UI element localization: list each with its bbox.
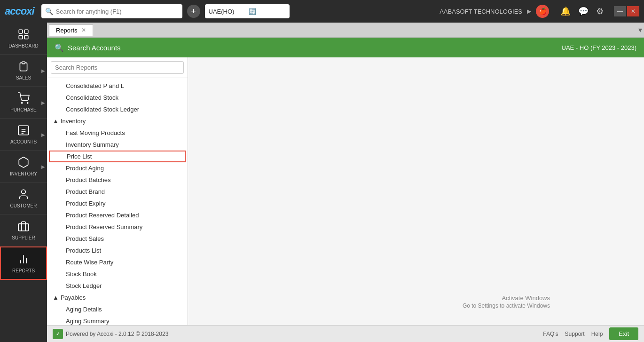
global-search-bar[interactable]: 🔍 (41, 4, 182, 18)
report-item-product-sales[interactable]: Product Sales (47, 233, 188, 245)
support-link[interactable]: Support (565, 331, 585, 337)
reports-icon (17, 253, 30, 266)
svg-rect-4 (22, 62, 25, 64)
sidebar-arrow-icon: ▶ (41, 100, 45, 105)
faqs-link[interactable]: FAQ's (543, 331, 558, 337)
window-controls: — ✕ (614, 6, 639, 16)
purchase-icon (17, 92, 30, 105)
category-label: Payables (61, 294, 86, 301)
dashboard-icon (17, 28, 30, 41)
svg-rect-0 (19, 30, 23, 33)
bottom-bar: ✓ Powered by Accoxi - 2.0.12 © 2018-2023… (47, 325, 644, 342)
sidebar-arrow-icon: ▶ (41, 132, 45, 137)
minimize-button[interactable]: — (614, 6, 626, 16)
close-button[interactable]: ✕ (627, 6, 639, 16)
report-item-product-reserved-detailed[interactable]: Product Reserved Detailed (47, 209, 188, 221)
top-icons: 🔔 💬 ⚙ (558, 4, 605, 18)
exit-button[interactable]: Exit (609, 327, 638, 340)
reports-body: Consolidated P and LConsolidated StockCo… (47, 57, 644, 325)
svg-point-11 (22, 190, 26, 194)
help-link[interactable]: Help (591, 331, 603, 337)
sidebar-item-label: SUPPLIER (12, 235, 35, 240)
report-item-inventory-summary[interactable]: Inventory Summary (47, 139, 188, 151)
report-category-inventory[interactable]: ▲ Inventory (47, 115, 188, 127)
sales-icon (17, 60, 30, 73)
sidebar-item-accounts[interactable]: ACCOUNTS▶ (0, 119, 47, 151)
location-text: UAE(HO) (209, 8, 246, 15)
reports-search-bar[interactable] (47, 57, 188, 78)
settings-icon[interactable]: ⚙ (594, 4, 605, 18)
svg-point-5 (22, 103, 23, 103)
report-item-consolidated-p-and-l[interactable]: Consolidated P and L (47, 80, 188, 92)
report-item-consolidated-stock[interactable]: Consolidated Stock (47, 92, 188, 103)
sidebar-item-purchase[interactable]: PURCHASE▶ (0, 87, 47, 119)
sidebar-item-label: INVENTORY (10, 171, 37, 176)
report-item-product-expiry[interactable]: Product Expiry (47, 198, 188, 209)
reports-panel: Consolidated P and LConsolidated StockCo… (47, 57, 188, 325)
reports-list: Consolidated P and LConsolidated StockCo… (47, 78, 188, 325)
report-item-product-brand[interactable]: Product Brand (47, 186, 188, 198)
svg-rect-3 (24, 35, 28, 39)
global-search-input[interactable] (56, 8, 179, 15)
report-item-consolidated-stock-ledger[interactable]: Consolidated Stock Ledger (47, 103, 188, 115)
powered-logo-icon: ✓ (53, 329, 63, 339)
sidebar-item-inventory[interactable]: INVENTORY▶ (0, 151, 47, 183)
sidebar-item-label: REPORTS (12, 268, 35, 273)
category-caret: ▲ (53, 294, 59, 301)
add-button[interactable]: + (187, 5, 200, 18)
report-item-stock-book[interactable]: Stock Book (47, 268, 188, 280)
company-name: AABASOFT TECHNOLOGIES (440, 8, 522, 15)
report-item-aging-details[interactable]: Aging Details (47, 303, 188, 315)
sidebar-item-reports[interactable]: REPORTS (0, 247, 47, 280)
report-item-price-list[interactable]: Price List (49, 151, 186, 162)
bottom-right-links: FAQ's Support Help Exit (543, 327, 638, 340)
search-icon: 🔍 (45, 8, 53, 15)
svg-rect-1 (24, 30, 28, 33)
category-caret: ▲ (53, 118, 59, 125)
sidebar-arrow-icon: ▶ (41, 68, 45, 73)
message-icon[interactable]: 💬 (576, 4, 590, 18)
report-item-products-list[interactable]: Products List (47, 245, 188, 256)
sidebar-item-label: PURCHASE (10, 107, 37, 112)
tab-reports-label: Reports (56, 27, 78, 34)
inventory-icon (17, 156, 30, 169)
reports-search-input[interactable] (51, 61, 184, 74)
svg-point-6 (27, 103, 28, 103)
report-item-aging-summary[interactable]: Aging Summary (47, 315, 188, 325)
supplier-icon (17, 220, 30, 233)
sidebar-item-customer[interactable]: CUSTOMER (0, 183, 47, 215)
app-logo: accoxi (5, 5, 34, 17)
report-item-stock-ledger[interactable]: Stock Ledger (47, 280, 188, 292)
report-item-route-wise-party[interactable]: Route Wise Party (47, 256, 188, 268)
location-bar[interactable]: UAE(HO) 🔄 (205, 4, 290, 18)
report-item-product-reserved-summary[interactable]: Product Reserved Summary (47, 221, 188, 233)
notification-icon[interactable]: 🔔 (558, 4, 573, 18)
report-item-product-aging[interactable]: Product Aging (47, 162, 188, 174)
accounts-icon (17, 124, 30, 137)
report-item-product-batches[interactable]: Product Batches (47, 174, 188, 186)
refresh-icon[interactable]: 🔄 (249, 8, 286, 15)
sidebar-item-supplier[interactable]: SUPPLIER (0, 215, 47, 247)
customer-icon (17, 188, 30, 201)
sidebar-item-sales[interactable]: SALES▶ (0, 55, 47, 87)
content-area: Reports ✕ ▾ 🔍 Search Accounts UAE - HO (… (47, 23, 644, 342)
tab-reports[interactable]: Reports ✕ (49, 24, 93, 36)
tab-more-icon[interactable]: ▾ (638, 25, 642, 34)
svg-rect-2 (19, 35, 23, 39)
header-title-text: Search Accounts (68, 44, 121, 52)
sidebar-item-label: SALES (16, 75, 31, 80)
powered-by: ✓ Powered by Accoxi - 2.0.12 © 2018-2023 (53, 329, 168, 339)
tab-close-icon[interactable]: ✕ (81, 27, 86, 33)
svg-rect-12 (18, 224, 29, 231)
sidebar-item-dashboard[interactable]: DASHBOARD (0, 23, 47, 55)
company-arrow: ▶ (527, 8, 531, 15)
sidebar-item-label: DASHBOARD (8, 43, 38, 48)
topbar: accoxi 🔍 + UAE(HO) 🔄 AABASOFT TECHNOLOGI… (0, 0, 644, 23)
avatar[interactable]: 🍎 (536, 5, 549, 18)
report-category-payables[interactable]: ▲ Payables (47, 292, 188, 303)
category-label: Inventory (61, 118, 86, 125)
activate-windows-subtext: Go to Settings to activate Windows (463, 302, 550, 309)
search-accounts-icon: 🔍 (55, 43, 64, 52)
sidebar: DASHBOARDSALES▶PURCHASE▶ACCOUNTS▶INVENTO… (0, 23, 47, 342)
report-item-fast-moving-products[interactable]: Fast Moving Products (47, 127, 188, 139)
